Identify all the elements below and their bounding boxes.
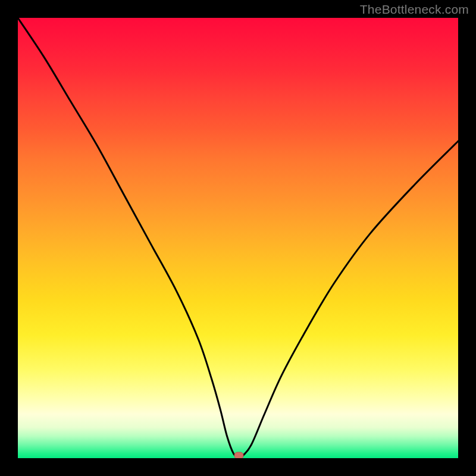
bottleneck-curve <box>18 18 458 457</box>
watermark-text: TheBottleneck.com <box>360 2 469 17</box>
chart-frame: TheBottleneck.com <box>0 0 476 476</box>
chart-svg <box>18 18 458 458</box>
current-config-marker <box>234 452 243 458</box>
plot-area <box>18 18 458 458</box>
